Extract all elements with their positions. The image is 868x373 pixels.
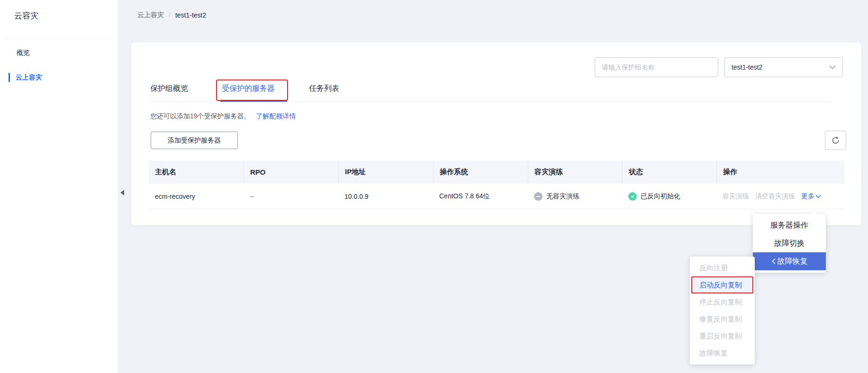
protection-group-select[interactable]: test1-test2 xyxy=(724,57,843,77)
tab-protected-servers[interactable]: 受保护的服务器 xyxy=(222,84,275,94)
active-tab-underline xyxy=(220,100,287,102)
submenu-item-reverse-register[interactable]: 反向注册 xyxy=(690,259,755,276)
breadcrumb: 云上容灾 / test1-test2 xyxy=(137,11,206,19)
op-clear-drill-link[interactable]: 清空容灾演练 xyxy=(755,192,795,201)
more-dropdown-trigger[interactable]: 更多 xyxy=(801,192,821,201)
refresh-button[interactable] xyxy=(825,131,846,150)
table-row: ecm-recovery -- 10.0.0.9 CentOS 7.8 64位 … xyxy=(149,184,844,209)
breadcrumb-current: test1-test2 xyxy=(175,11,206,19)
cell-ip: 10.0.0.9 xyxy=(338,193,433,200)
breadcrumb-parent[interactable]: 云上容灾 xyxy=(137,11,164,19)
more-dropdown-menu: 服务器操作 故障切换 故障恢复 xyxy=(753,214,826,273)
submenu-item-stop-reverse-replication[interactable]: 停止反向复制 xyxy=(690,293,755,311)
col-header-rpo: RPO xyxy=(244,160,338,184)
quota-hint: 您还可以添加19个受保护服务器。了解配额详情 xyxy=(150,112,296,121)
submenu-item-restart-reverse-replication[interactable]: 重启反向复制 xyxy=(690,328,755,345)
sidebar-item-cloud-dr[interactable]: 云上容灾 xyxy=(16,73,42,82)
col-header-ip: IP地址 xyxy=(338,160,433,184)
check-icon xyxy=(628,192,637,201)
chevron-left-icon xyxy=(771,258,776,265)
col-header-status: 状态 xyxy=(622,160,716,184)
tab-task-list[interactable]: 任务列表 xyxy=(309,84,339,94)
main-panel: test1-test2 保护组概览 受保护的服务器 任务列表 您还可以添加19个… xyxy=(131,42,861,225)
cell-drill-status: 无容灾演练 xyxy=(528,192,622,201)
drill-status-text: 无容灾演练 xyxy=(546,192,579,201)
chevron-down-icon xyxy=(815,195,821,198)
breadcrumb-separator: / xyxy=(169,11,171,19)
cell-hostname: ecm-recovery xyxy=(149,193,244,200)
op-drill-link[interactable]: 容灾演练 xyxy=(723,192,749,201)
sidebar-collapse-icon[interactable] xyxy=(120,190,124,195)
active-item-indicator xyxy=(9,73,10,82)
sidebar-item-overview[interactable]: 概览 xyxy=(17,49,30,57)
more-label: 更多 xyxy=(801,192,814,201)
quota-text: 您还可以添加19个受保护服务器。 xyxy=(150,112,251,120)
menu-item-failback-label: 故障恢复 xyxy=(778,257,808,266)
sidebar-divider xyxy=(5,38,111,39)
add-protected-server-button[interactable]: 添加受保护服务器 xyxy=(151,132,238,149)
sidebar-title: 云容灾 xyxy=(14,10,38,21)
menu-item-server-operation[interactable]: 服务器操作 xyxy=(753,216,826,234)
col-header-operation: 操作 xyxy=(716,160,844,184)
quota-detail-link[interactable]: 了解配额详情 xyxy=(256,112,296,120)
col-header-drill: 容灾演练 xyxy=(528,160,622,184)
menu-item-failover[interactable]: 故障切换 xyxy=(753,234,826,252)
cell-status: 已反向初始化 xyxy=(622,192,716,201)
cell-os: CentOS 7.8 64位 xyxy=(433,192,528,201)
selected-group-value: test1-test2 xyxy=(732,63,762,71)
submenu-item-start-reverse-replication[interactable]: 启动反向复制 xyxy=(691,276,753,293)
chevron-down-icon xyxy=(829,65,836,69)
sidebar: 云容灾 概览 云上容灾 xyxy=(0,0,118,373)
search-input[interactable] xyxy=(595,57,718,77)
refresh-icon xyxy=(831,136,840,145)
failback-submenu: 反向注册 启动反向复制 停止反向复制 修复反向复制 重启反向复制 故障恢复 xyxy=(690,257,755,364)
menu-item-failback[interactable]: 故障恢复 xyxy=(753,252,826,270)
col-header-hostname: 主机名 xyxy=(149,160,244,184)
submenu-item-failback[interactable]: 故障恢复 xyxy=(690,345,755,362)
table-header-row: 主机名 RPO IP地址 操作系统 容灾演练 状态 操作 xyxy=(149,160,844,184)
submenu-item-repair-reverse-replication[interactable]: 修复反向复制 xyxy=(690,311,755,328)
protected-servers-table: 主机名 RPO IP地址 操作系统 容灾演练 状态 操作 ecm-recover… xyxy=(149,160,844,209)
minus-icon xyxy=(534,192,542,201)
tab-protection-group-overview[interactable]: 保护组概览 xyxy=(150,84,188,94)
cell-rpo: -- xyxy=(244,193,338,200)
col-header-os: 操作系统 xyxy=(433,160,528,184)
cell-operation: 容灾演练 清空容灾演练 更多 xyxy=(716,192,844,201)
status-text: 已反向初始化 xyxy=(641,192,680,201)
